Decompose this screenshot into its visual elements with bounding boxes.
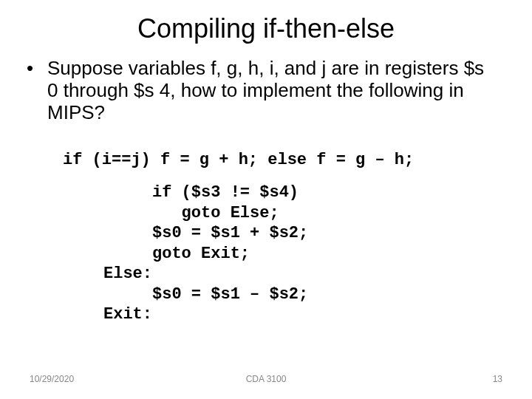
footer-course: CDA 3100	[0, 374, 532, 384]
slide-title: Compiling if-then-else	[0, 13, 532, 44]
code-line: if (i==j) f = g + h; else f = g – h;	[63, 151, 495, 169]
body-text: • Suppose variables f, g, h, i, and j ar…	[24, 58, 495, 124]
code-block: if ($s3 != $s4) goto Else; $s0 = $s1 + $…	[103, 183, 308, 325]
bullet-item: • Suppose variables f, g, h, i, and j ar…	[24, 58, 495, 124]
bullet-text: Suppose variables f, g, h, i, and j are …	[47, 58, 495, 124]
slide: Compiling if-then-else • Suppose variabl…	[0, 0, 532, 399]
footer-page: 13	[493, 374, 502, 384]
bullet-dot: •	[24, 58, 47, 124]
